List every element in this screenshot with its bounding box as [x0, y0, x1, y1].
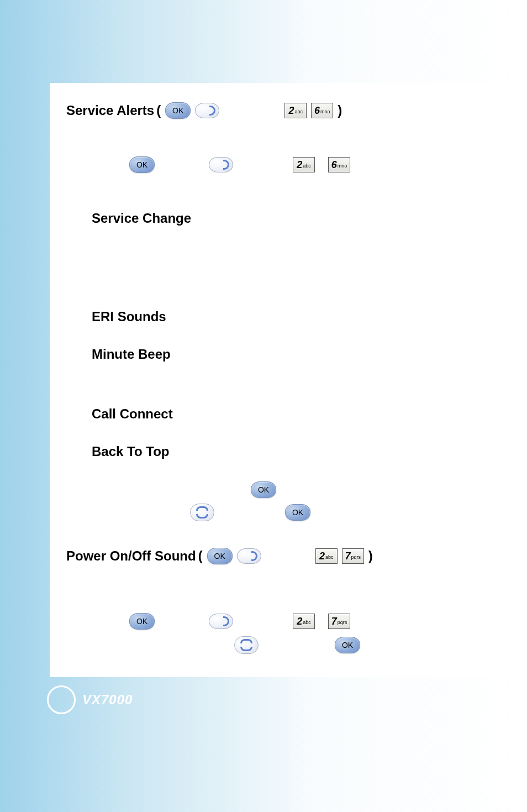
page-background: Service Alerts ( OK 2abc 6mno ) OK 2abc: [0, 0, 527, 812]
ok-button-icon: OK: [251, 481, 276, 498]
service-alerts-title: Service Alerts: [66, 103, 154, 118]
right-nav-icon: [209, 614, 233, 629]
right-nav-icon: [237, 548, 261, 564]
footer-model-text: VX7000: [82, 692, 133, 708]
ok-button-icon: OK: [129, 156, 155, 173]
key-7pqrs-icon: 7pqrs: [342, 548, 364, 564]
ok-button-icon: OK: [129, 613, 155, 630]
service-alerts-heading-line: Service Alerts ( OK 2abc 6mno ): [66, 102, 486, 119]
eri-sounds-heading: ERI Sounds: [92, 309, 486, 324]
key-2abc-icon: 2abc: [315, 548, 338, 564]
right-nav-icon: [209, 157, 233, 172]
right-nav-icon: [195, 103, 219, 118]
close-paren: ): [338, 103, 342, 118]
power-onoff-heading-line: Power On/Off Sound ( OK 2abc 7pqrs ): [66, 548, 486, 564]
service-change-heading: Service Change: [92, 211, 486, 226]
ok-button-icon: OK: [165, 102, 191, 119]
key-2abc-icon: 2abc: [293, 157, 315, 172]
service-alerts-key-row: OK 2abc 6mno: [116, 156, 486, 173]
key-6mno-icon: 6mno: [311, 103, 333, 118]
power-onoff-title: Power On/Off Sound: [66, 548, 196, 564]
power-onoff-key-row1: OK 2abc 7pqrs: [116, 613, 486, 630]
power-onoff-key-row2: OK: [232, 636, 486, 654]
footer-circle-icon: [47, 685, 76, 714]
key-6mno-icon: 6mno: [328, 157, 350, 172]
ok-button-icon: OK: [285, 504, 310, 521]
up-down-nav-icon: [190, 504, 214, 521]
back-to-top-heading: Back To Top: [92, 444, 486, 459]
minute-beep-heading: Minute Beep: [92, 347, 486, 362]
key-2abc-icon: 2abc: [284, 103, 307, 118]
close-paren: ): [368, 548, 373, 564]
back-to-top-ok-row1: OK: [249, 481, 486, 498]
key-2abc-icon: 2abc: [293, 614, 315, 629]
open-paren: (: [198, 548, 203, 564]
back-to-top-ok-row2: OK: [188, 504, 486, 521]
ok-button-icon: OK: [335, 637, 360, 653]
content-area: Service Alerts ( OK 2abc 6mno ) OK 2abc: [66, 102, 486, 658]
up-down-nav-icon: [234, 636, 259, 654]
open-paren: (: [156, 103, 161, 118]
key-7pqrs-icon: 7pqrs: [328, 614, 350, 629]
footer-brand: VX7000: [47, 685, 133, 714]
call-connect-heading: Call Connect: [92, 406, 486, 422]
ok-button-icon: OK: [207, 548, 233, 564]
